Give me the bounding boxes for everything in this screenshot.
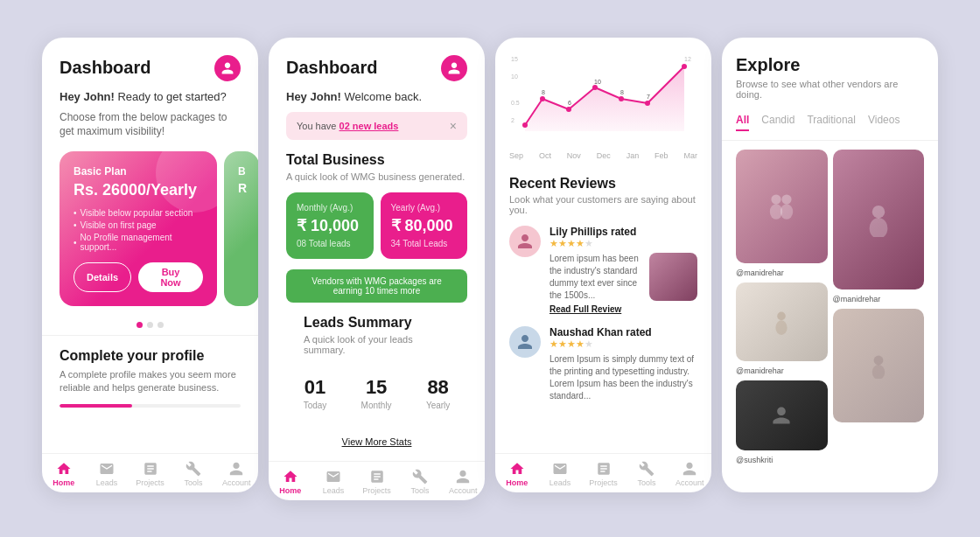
nav3-projects-label: Projects [589, 478, 618, 487]
review-text-area-1: Lorem ipsum has been the industry's stan… [550, 253, 697, 314]
second-plan-card: B R [224, 151, 258, 306]
nav2-home[interactable]: Home [269, 469, 312, 495]
view-more-link[interactable]: View More Stats [342, 436, 412, 447]
svg-text:10: 10 [594, 79, 601, 85]
stat-today-label: Today [304, 401, 327, 410]
svg-point-24 [869, 218, 887, 237]
nav2-tools[interactable]: Tools [398, 469, 441, 495]
reviews-title: Recent Reviews [509, 176, 697, 192]
nav3-home-label: Home [506, 478, 528, 487]
svg-point-12 [566, 107, 571, 112]
plan-feature-3: No Profile management support... [74, 233, 203, 252]
screen-1: Dashboard Hey John! Ready to get started… [42, 38, 258, 492]
svg-point-25 [873, 355, 883, 365]
review-text-1: Lorem ipsum has been the industry's stan… [550, 253, 642, 302]
dot-3[interactable] [158, 322, 164, 328]
nav3-projects[interactable]: Projects [582, 461, 625, 487]
x-label-oct: Oct [539, 151, 551, 160]
nav-leads[interactable]: Leads [85, 461, 128, 487]
nav3-leads-label: Leads [550, 478, 571, 487]
nav3-tools[interactable]: Tools [625, 461, 668, 487]
nav-projects[interactable]: Projects [129, 461, 172, 487]
avatar-2[interactable] [441, 55, 467, 81]
complete-desc: A complete profile makes you seem more r… [60, 368, 241, 395]
explore-photo-5 [833, 309, 925, 422]
avatar[interactable] [214, 55, 241, 81]
nav2-account-label: Account [449, 486, 478, 495]
nav2-tools-label: Tools [410, 486, 429, 495]
dot-2[interactable] [147, 322, 153, 328]
details-button[interactable]: Details [74, 262, 131, 292]
nav2-leads[interactable]: Leads [312, 469, 354, 495]
explore-username-4: @sushkriti [736, 456, 828, 464]
nav3-home[interactable]: Home [495, 461, 538, 487]
chart-x-labels: Sep Oct Nov Dec Jan Feb Mar [495, 151, 711, 167]
tab-traditional[interactable]: Traditional [807, 114, 856, 131]
dot-1[interactable] [136, 322, 143, 328]
leads-summary-subtitle: A quick look of your leads summary. [286, 334, 467, 366]
business-cards: Monthly (Avg.) ₹ 10,000 08 Total leads Y… [269, 192, 485, 269]
svg-point-21 [777, 311, 786, 320]
explore-photo-3 [736, 282, 828, 361]
leads-summary: Leads Summary A quick look of your leads… [269, 315, 485, 428]
buy-now-button[interactable]: Buy Now [138, 262, 203, 292]
line-chart: 15 10 0.5 2 12 8 6 10 8 7 [509, 46, 697, 143]
screen-4: Explore Browse to see what other vendors… [722, 38, 938, 492]
stat-today: 01 Today [304, 376, 327, 410]
chart-area: 15 10 0.5 2 12 8 6 10 8 7 [495, 38, 711, 151]
nav-account[interactable]: Account [215, 461, 258, 487]
x-label-dec: Dec [597, 151, 611, 160]
reviewer-avatar-1 [509, 226, 541, 257]
nav3-leads[interactable]: Leads [538, 461, 581, 487]
yearly-amount: ₹ 80,000 [391, 216, 458, 235]
nav-account-label: Account [222, 478, 251, 487]
nav-home[interactable]: Home [42, 461, 85, 487]
nav2-projects[interactable]: Projects [355, 469, 398, 495]
stars-1: ★★★★★ [550, 238, 697, 249]
plan2-name: B [238, 165, 245, 178]
carousel-dots [42, 315, 258, 335]
explore-photo-2 [833, 150, 925, 289]
x-label-sep: Sep [509, 151, 523, 160]
svg-text:8: 8 [542, 89, 545, 95]
explore-photo-4 [736, 380, 828, 450]
nav3-account[interactable]: Account [668, 461, 711, 487]
monthly-card: Monthly (Avg.) ₹ 10,000 08 Total leads [286, 192, 374, 259]
svg-text:10: 10 [511, 73, 518, 80]
alert-close[interactable]: × [450, 119, 457, 133]
nav-leads-label: Leads [96, 478, 118, 487]
svg-point-14 [619, 96, 624, 101]
nav3-account-label: Account [676, 478, 704, 487]
x-label-mar: Mar [683, 151, 697, 160]
alert-link[interactable]: 02 new leads [340, 121, 399, 131]
read-more-1[interactable]: Read Full Review [550, 304, 642, 314]
svg-text:0.5: 0.5 [511, 100, 520, 106]
tab-candid[interactable]: Candid [761, 114, 794, 131]
reviewer-name-2: Naushad Khan rated [550, 326, 697, 338]
nav-home-label: Home [52, 478, 74, 487]
greeting-rest: Ready to get started? [117, 90, 226, 103]
svg-text:2: 2 [511, 117, 514, 123]
nav-tools[interactable]: Tools [172, 461, 214, 487]
tab-all[interactable]: All [736, 114, 749, 131]
tab-videos[interactable]: Videos [868, 114, 900, 131]
plan2-price: R [238, 181, 245, 195]
svg-text:8: 8 [620, 89, 624, 95]
nav2-account[interactable]: Account [442, 469, 485, 495]
stat-yearly-label: Yearly [426, 401, 450, 410]
svg-point-22 [776, 320, 788, 335]
total-business-title: Total Business [269, 152, 485, 171]
leads-summary-title: Leads Summary [286, 315, 467, 334]
plan-feature-2: Visible on first page [74, 220, 203, 230]
monthly-label: Monthly (Avg.) [297, 203, 363, 213]
explore-username-3: @manidrehar [736, 366, 828, 375]
nav3-tools-label: Tools [637, 478, 655, 487]
progress-bar [60, 404, 241, 408]
reviews-subtitle: Look what your customers are saying abou… [509, 194, 697, 215]
reviewer-avatar-2 [509, 326, 541, 358]
svg-point-10 [522, 122, 528, 128]
svg-point-26 [872, 365, 885, 379]
svg-text:6: 6 [568, 100, 571, 106]
svg-point-16 [682, 64, 687, 69]
review-item-1: Lily Phillips rated ★★★★★ Lorem ipsum ha… [509, 226, 697, 314]
